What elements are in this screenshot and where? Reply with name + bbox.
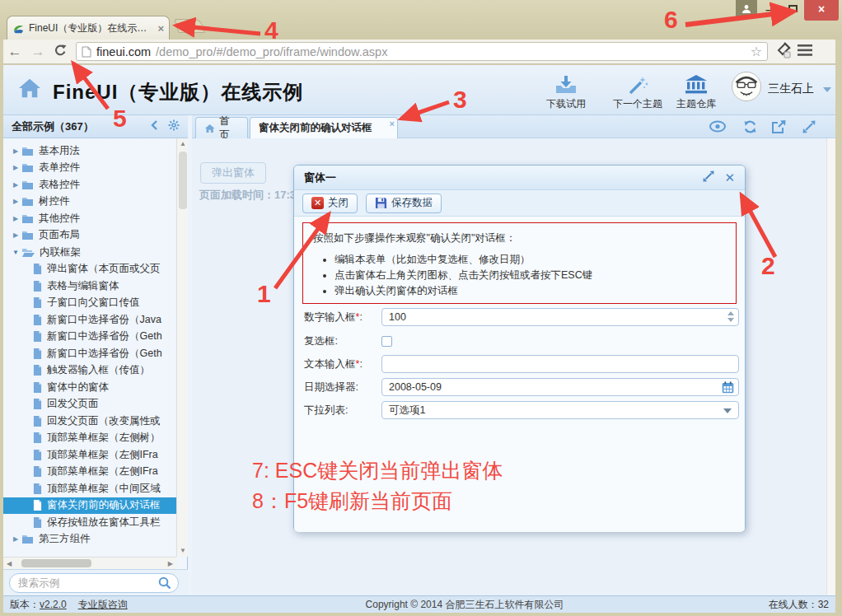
browser-menu-icon[interactable] bbox=[798, 44, 812, 58]
search-input[interactable] bbox=[9, 573, 179, 593]
spin-up-icon[interactable] bbox=[727, 311, 734, 315]
window-close-button[interactable]: × bbox=[804, 0, 839, 21]
spinner-icons[interactable] bbox=[727, 311, 734, 322]
browser-tab[interactable]: FineUI（专业版）在线示… × bbox=[7, 16, 170, 40]
open-external-icon[interactable] bbox=[772, 120, 786, 136]
gear-icon[interactable] bbox=[168, 119, 180, 133]
text-input[interactable] bbox=[381, 355, 739, 373]
tree-item[interactable]: 顶部菜单框架（左侧IFra bbox=[3, 464, 176, 481]
scroll-up-icon[interactable]: ▲ bbox=[177, 138, 189, 150]
spin-down-icon[interactable] bbox=[727, 318, 734, 322]
tree-item[interactable]: ▶页面布局 bbox=[3, 227, 176, 245]
tree-item[interactable]: 回发父页面（改变属性或 bbox=[3, 413, 176, 430]
dropdown-select[interactable]: 可选项1 bbox=[381, 401, 739, 419]
tab-close-icon[interactable]: × bbox=[157, 22, 164, 35]
tree-horizontal-scrollbar[interactable]: ◀ ▶ bbox=[3, 557, 176, 569]
number-input[interactable]: 100 bbox=[381, 308, 739, 326]
tree-item[interactable]: 表格与编辑窗体 bbox=[3, 278, 176, 295]
tab-active[interactable]: 窗体关闭前的确认对话框 × bbox=[250, 117, 398, 138]
tree-item[interactable]: 顶部菜单框架（中间区域 bbox=[3, 480, 176, 497]
eye-icon[interactable] bbox=[709, 120, 726, 135]
next-theme-button[interactable]: 下一个主题 bbox=[605, 73, 671, 111]
close-button[interactable]: ✕ 关闭 bbox=[302, 194, 358, 213]
avatar[interactable] bbox=[731, 71, 762, 102]
tab-home[interactable]: 首页 bbox=[195, 117, 248, 138]
expand-arrow-icon[interactable]: ▶ bbox=[10, 164, 21, 171]
tree-item[interactable]: 新窗口中选择省份（Java bbox=[3, 311, 176, 329]
tree-item[interactable]: 子窗口向父窗口传值 bbox=[3, 295, 176, 312]
tree-item[interactable]: 新窗口中选择省份（Geth bbox=[3, 329, 176, 346]
refresh-icon[interactable] bbox=[743, 120, 757, 136]
expand-arrow-icon[interactable]: ▶ bbox=[10, 215, 21, 222]
tree-item[interactable]: ▼内联框架 bbox=[3, 244, 176, 261]
fullscreen-icon[interactable] bbox=[802, 120, 816, 136]
tree-vertical-scrollbar[interactable]: ▲ ▼ bbox=[176, 138, 188, 557]
tree-item[interactable]: ▶树控件 bbox=[3, 194, 176, 211]
expand-arrow-icon[interactable]: ▶ bbox=[10, 181, 21, 189]
tree-item[interactable]: 新窗口中选择省份（Geth bbox=[3, 345, 176, 362]
theme-store-button[interactable]: 主题仓库 bbox=[667, 73, 725, 111]
expand-arrow-icon[interactable]: ▶ bbox=[10, 231, 21, 239]
tree-item[interactable]: ▶表格控件 bbox=[3, 176, 176, 194]
browser-toolbar: ← → fineui.com/demo_pro/#/demo_pro/ifram… bbox=[3, 40, 835, 64]
search-icon[interactable] bbox=[158, 576, 171, 592]
page-icon bbox=[82, 46, 91, 58]
collapse-panel-icon[interactable] bbox=[151, 120, 158, 133]
expand-arrow-icon[interactable]: ▶ bbox=[10, 198, 21, 205]
dialog-close-icon[interactable]: ✕ bbox=[724, 170, 735, 185]
download-icon bbox=[537, 73, 595, 95]
minimize-button[interactable]: — bbox=[762, 3, 780, 16]
tree-item[interactable]: 窗体中的窗体 bbox=[3, 379, 176, 396]
folder-icon bbox=[21, 196, 34, 207]
dialog-titlebar[interactable]: 窗体一 ✕ bbox=[294, 166, 745, 190]
dropdown-caret-icon[interactable] bbox=[723, 408, 732, 413]
download-trial-button[interactable]: 下载试用 bbox=[537, 73, 595, 111]
collapse-arrow-icon[interactable]: ▼ bbox=[10, 249, 21, 256]
tree-item[interactable]: ▶其他控件 bbox=[3, 210, 176, 227]
maximize-button[interactable] bbox=[784, 2, 802, 16]
tree-item[interactable]: 顶部菜单框架（左侧IFra bbox=[3, 446, 176, 464]
date-picker[interactable]: 2008-05-09 bbox=[381, 378, 739, 396]
expand-arrow-icon[interactable]: ▶ bbox=[10, 147, 21, 155]
home-icon[interactable] bbox=[17, 77, 42, 101]
file-icon bbox=[33, 466, 42, 477]
scroll-right-icon[interactable]: ▶ bbox=[168, 560, 173, 567]
save-data-button[interactable]: 保存数据 bbox=[366, 194, 442, 213]
tree-item[interactable]: 顶部菜单框架（左侧树） bbox=[3, 430, 176, 447]
dialog-maximize-icon[interactable] bbox=[703, 170, 714, 184]
username[interactable]: 三生石上 bbox=[768, 82, 814, 96]
vertical-scroll-thumb[interactable] bbox=[179, 152, 187, 209]
user-menu-caret-icon[interactable] bbox=[823, 87, 831, 92]
tree-item[interactable]: 保存按钮放在窗体工具栏 bbox=[3, 514, 176, 531]
tree-item[interactable]: 弹出窗体（本页面或父页 bbox=[3, 261, 176, 278]
horizontal-scroll-thumb[interactable] bbox=[21, 559, 91, 567]
page-scrollbar[interactable] bbox=[826, 138, 835, 595]
tab-close-icon[interactable]: × bbox=[390, 119, 395, 128]
tree-item-label: 页面布局 bbox=[39, 228, 80, 242]
tree-item[interactable]: ▶表单控件 bbox=[3, 160, 176, 177]
tree-item-label: 表格与编辑窗体 bbox=[47, 279, 119, 293]
popup-window-button[interactable]: 弹出窗体 bbox=[200, 162, 266, 184]
new-tab-button[interactable] bbox=[174, 19, 205, 33]
calendar-icon[interactable] bbox=[722, 381, 734, 396]
dropper-extension-icon[interactable] bbox=[774, 42, 791, 61]
forward-button[interactable]: → bbox=[26, 44, 49, 60]
back-button[interactable]: ← bbox=[3, 44, 26, 60]
expand-arrow-icon[interactable]: ▶ bbox=[10, 535, 21, 543]
profile-button[interactable] bbox=[736, 0, 757, 17]
tree-item[interactable]: 回发父页面 bbox=[3, 396, 176, 413]
scroll-left-icon[interactable]: ◀ bbox=[7, 560, 12, 567]
bookmark-star-icon[interactable]: ☆ bbox=[751, 44, 762, 59]
version-link[interactable]: v2.2.0 bbox=[40, 599, 67, 610]
reload-button[interactable] bbox=[49, 44, 71, 60]
number-field-label: 数字输入框*: bbox=[304, 310, 381, 324]
scroll-down-icon[interactable]: ▼ bbox=[177, 545, 189, 557]
tree-item[interactable]: 触发器输入框（传值） bbox=[3, 362, 176, 380]
file-icon bbox=[33, 264, 42, 274]
tree-item[interactable]: ▶基本用法 bbox=[3, 142, 176, 160]
checkbox[interactable] bbox=[381, 336, 392, 347]
tree-item[interactable]: ▶第三方组件 bbox=[3, 531, 176, 548]
consult-link[interactable]: 专业版咨询 bbox=[78, 598, 128, 612]
tree-item[interactable]: 窗体关闭前的确认对话框 bbox=[3, 497, 176, 515]
address-bar[interactable]: fineui.com/demo_pro/#/demo_pro/iframe/wi… bbox=[76, 42, 768, 61]
